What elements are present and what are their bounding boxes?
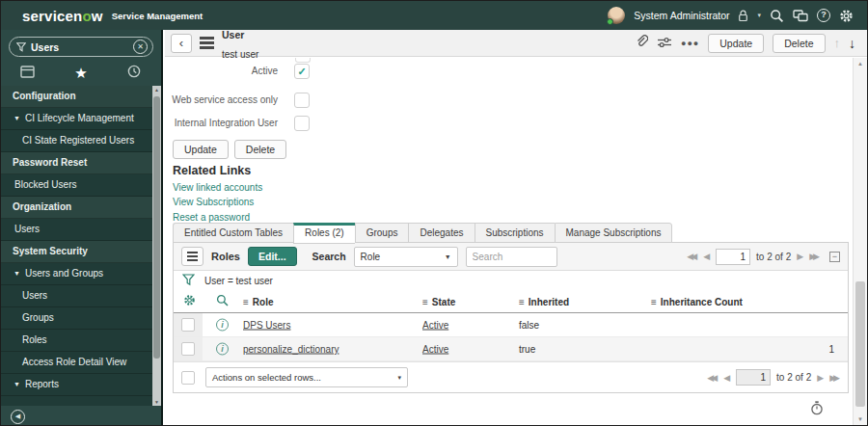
actions-select[interactable]: Actions on selected rows...▾ [205,367,408,387]
page-number-input[interactable] [716,249,750,265]
tab-manage-subscriptions[interactable]: Manage Subscriptions [555,223,673,243]
last-page-icon[interactable]: ▶▶ [809,252,820,261]
role-link[interactable]: personalize_dictionary [243,344,339,355]
form-context-menu-icon[interactable] [200,37,214,49]
link-view-linked-accounts[interactable]: View linked accounts [173,182,262,193]
link-reset-a-password[interactable]: Reset a password [173,212,262,223]
previous-record-icon[interactable]: ↑ [834,36,841,50]
minimize-list-icon[interactable]: − [829,252,840,262]
personalize-form-icon[interactable] [657,35,672,52]
last-page-icon[interactable]: ▶▶ [829,373,840,383]
sidebar-section-password-reset[interactable]: Password Reset [1,152,161,174]
next-page-icon[interactable]: ▶ [797,252,803,261]
sidebar-item-roles[interactable]: Roles [1,330,161,352]
select-all-checkbox[interactable] [181,371,195,385]
tab-groups[interactable]: Groups [355,223,409,243]
main-scrollbar-thumb[interactable] [855,281,865,407]
sidebar-item-users[interactable]: Users [1,219,161,241]
first-page-icon[interactable]: ◀◀ [707,373,718,383]
tab-delegates[interactable]: Delegates [408,223,474,243]
column-header-role[interactable]: ≡Role [243,297,274,307]
column-header-state[interactable]: ≡State [422,297,455,307]
next-page-icon[interactable]: ▶ [817,373,824,383]
connect-chat-icon[interactable] [793,10,808,22]
attachment-paperclip-icon[interactable] [635,35,648,52]
scroll-down-icon[interactable]: ▼ [152,399,161,405]
field-label: Web service access only [165,94,278,105]
tab-all-applications[interactable] [1,65,54,82]
update-button[interactable]: Update [173,140,229,159]
header-delete-button[interactable]: Delete [773,34,825,53]
collapse-navigator-icon[interactable]: ◀ [11,410,25,424]
scroll-down-icon[interactable]: ▼ [854,416,867,422]
sidebar-item-ci-state-registered-users[interactable]: CI State Registered Users [1,130,161,152]
column-header-inherited[interactable]: ≡Inherited [519,297,569,307]
sidebar-item-access-role-detail-view[interactable]: Access Role Detail View [1,352,161,374]
role-link[interactable]: DPS Users [243,320,290,331]
list-funnel-icon[interactable] [182,273,195,290]
tab-subscriptions[interactable]: Subscriptions [475,223,555,243]
list-context-menu-icon[interactable] [181,247,203,266]
delete-button[interactable]: Delete [234,140,286,159]
sidebar-section-configuration[interactable]: Configuration [1,86,161,108]
filter-funnel-icon [16,39,26,56]
first-page-icon[interactable]: ◀◀ [687,252,697,261]
sidebar-scrollbar[interactable]: ▲ ▼ [152,86,161,406]
scroll-up-icon[interactable]: ▲ [152,87,161,93]
scroll-up-icon[interactable]: ▲ [854,61,867,67]
list-search-icon[interactable] [216,293,229,310]
response-time-icon[interactable] [810,401,824,419]
list-search-input[interactable] [466,247,557,267]
settings-gear-icon[interactable] [839,9,854,23]
info-icon[interactable]: i [216,343,229,356]
next-record-icon[interactable]: ↓ [849,36,855,51]
row-checkbox[interactable] [181,342,195,356]
user-caret-icon[interactable]: ▾ [757,12,761,19]
tab-roles[interactable]: Roles (2) [293,223,355,244]
sidebar-item-blocked-users[interactable]: Blocked Users [1,174,161,197]
state-link[interactable]: Active [422,344,448,355]
header-update-button[interactable]: Update [708,34,764,53]
column-menu-icon[interactable]: ≡ [651,297,657,307]
sidebar-item-reports[interactable]: ▼Reports [1,374,161,396]
link-view-subscriptions[interactable]: View Subscriptions [173,197,262,207]
sidebar-section-organization[interactable]: Organization [1,197,161,219]
user-menu[interactable]: System Administrator [634,10,729,21]
navigator-filter[interactable]: ✕ [9,37,153,57]
navigator-filter-input[interactable] [31,41,128,53]
active-checkbox[interactable]: ✓ [294,64,310,79]
help-icon[interactable]: ? [817,9,830,22]
info-icon[interactable]: i [216,319,229,332]
column-menu-icon[interactable]: ≡ [243,297,249,307]
main-scrollbar[interactable]: ▲ ▼ [853,58,867,425]
sidebar-item-groups[interactable]: Groups [1,307,161,330]
internal-integration-user-checkbox[interactable] [294,116,310,131]
web-service-access-only-checkbox[interactable] [294,93,310,108]
tab-history[interactable] [108,65,161,82]
user-avatar[interactable] [608,7,625,24]
filter-breadcrumb[interactable]: User = test user [204,276,273,286]
column-menu-icon[interactable]: ≡ [422,297,428,307]
edit-button[interactable]: Edit... [248,247,297,266]
tab-favorites[interactable]: ★ [54,65,107,82]
tab-entitled-custom-tables[interactable]: Entitled Custom Tables [173,223,293,243]
row-checkbox-cell [174,313,203,336]
clear-filter-icon[interactable]: ✕ [133,40,148,54]
column-header-inheritance-count[interactable]: ≡Inheritance Count [651,297,743,307]
state-link[interactable]: Active [422,320,448,331]
global-search-icon[interactable] [770,9,784,23]
sidebar-item-users-2[interactable]: Users [1,285,161,307]
sidebar-section-system-security[interactable]: System Security [1,241,161,263]
back-button[interactable]: ‹ [171,34,192,53]
row-checkbox[interactable] [181,318,195,332]
previous-page-icon[interactable]: ◀ [723,373,730,383]
more-options-icon[interactable]: ●●● [681,39,699,48]
sidebar-item-ci-lifecycle-management[interactable]: ▼CI Lifecycle Management [1,108,161,130]
sidebar-item-users-and-groups[interactable]: ▼Users and Groups [1,263,161,285]
column-menu-icon[interactable]: ≡ [519,297,525,307]
search-column-select[interactable]: Role▼ [354,247,458,267]
sidebar-scrollbar-thumb[interactable] [153,96,160,359]
page-number-input[interactable] [736,369,771,386]
list-personalize-gear-icon[interactable] [183,293,196,310]
previous-page-icon[interactable]: ◀ [703,252,710,261]
